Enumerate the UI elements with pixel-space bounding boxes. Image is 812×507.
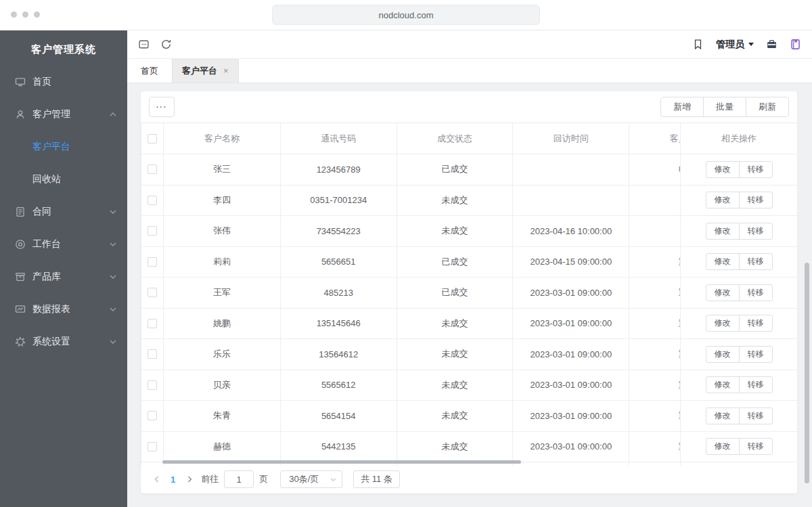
table-row: 张伟 734554223 未成交 2023-04-16 10:00:00	[141, 216, 746, 247]
card-toolbar: ··· 新增 批量 刷新	[141, 91, 797, 123]
edit-button[interactable]: 修改	[706, 192, 740, 208]
cell-deal-status: 未成交	[397, 401, 514, 431]
edit-button[interactable]: 修改	[706, 223, 740, 240]
edit-button[interactable]: 修改	[706, 346, 740, 363]
collapse-menu-icon[interactable]	[138, 39, 150, 50]
browser-window: nodcloud.com 客户管理系统 首页 客户管理	[0, 0, 812, 507]
cell-deal-status: 未成交	[397, 309, 514, 339]
edit-button[interactable]: 修改	[706, 315, 740, 332]
sidebar-item-recycle-bin[interactable]: 回收站	[0, 163, 127, 196]
sidebar-item-label: 工作台	[32, 238, 110, 250]
bookmark-icon[interactable]	[692, 39, 704, 50]
sidebar-item-label: 首页	[32, 76, 116, 88]
sidebar-item-label: 客户管理	[32, 108, 110, 120]
page-unit-label: 页	[259, 473, 268, 485]
add-button[interactable]: 新增	[660, 97, 704, 117]
transfer-button[interactable]: 转移	[739, 192, 773, 208]
window-controls[interactable]	[11, 12, 40, 18]
edit-button[interactable]: 修改	[706, 284, 740, 301]
close-icon[interactable]: ×	[223, 66, 229, 76]
admin-user-menu[interactable]: 管理员	[716, 39, 754, 51]
gear-icon	[15, 336, 26, 347]
cell-name: 乐乐	[164, 339, 281, 370]
transfer-button[interactable]: 转移	[739, 253, 773, 270]
row-checkbox[interactable]	[148, 164, 157, 174]
sidebar-item-workbench[interactable]: 工作台	[0, 228, 127, 261]
cell-phone: 13564612	[281, 339, 397, 370]
edit-button[interactable]: 修改	[706, 161, 740, 178]
prev-page-button[interactable]	[150, 470, 162, 488]
row-checkbox[interactable]	[148, 380, 157, 390]
more-actions-button[interactable]: ···	[149, 97, 175, 117]
edit-button[interactable]: 修改	[706, 407, 740, 424]
table-row: 朱青 5654154 未成交 2023-03-01 09:00:00 重要	[141, 401, 746, 432]
sidebar-subitem-label: 回收站	[32, 173, 61, 185]
address-bar[interactable]: nodcloud.com	[272, 5, 540, 25]
cell-visit-time	[513, 154, 629, 185]
window-control-dot[interactable]	[34, 12, 40, 18]
transfer-button[interactable]: 转移	[739, 315, 773, 332]
table-row: 乐乐 13564612 未成交 2023-03-01 09:00:00 重要	[141, 339, 746, 370]
cell-visit-time: 2023-04-16 10:00:00	[513, 216, 629, 246]
row-operations: 修改转移	[681, 278, 797, 309]
window-control-dot[interactable]	[22, 12, 28, 18]
row-checkbox[interactable]	[148, 349, 157, 359]
transfer-button[interactable]: 转移	[739, 376, 773, 393]
chevron-down-icon	[110, 242, 116, 246]
cell-visit-time: 2023-03-01 09:00:00	[513, 309, 629, 339]
sidebar-item-reports[interactable]: 数据报表	[0, 293, 127, 326]
refresh-icon[interactable]	[160, 39, 172, 50]
row-operations: 修改转移	[681, 154, 797, 185]
tab-home[interactable]: 首页	[127, 59, 173, 83]
table-row: 姚鹏 135145646 未成交 2023-03-01 09:00:00 重要	[141, 309, 746, 340]
goto-page-input[interactable]	[224, 470, 254, 488]
toolbox-icon[interactable]	[766, 39, 777, 50]
row-checkbox[interactable]	[148, 196, 157, 205]
edit-button[interactable]: 修改	[706, 376, 740, 393]
transfer-button[interactable]: 转移	[739, 223, 773, 240]
cell-phone: 0351-7001234	[281, 185, 397, 216]
sidebar-item-label: 系统设置	[32, 336, 110, 348]
cell-visit-time: 2023-04-15 09:00:00	[513, 247, 629, 278]
notebook-icon[interactable]	[790, 39, 801, 50]
refresh-table-button[interactable]: 刷新	[746, 97, 789, 117]
sidebar-item-customer-management[interactable]: 客户管理	[0, 98, 127, 131]
page-size-select[interactable]: 30条/页	[280, 470, 342, 488]
row-checkbox[interactable]	[148, 288, 157, 297]
transfer-button[interactable]: 转移	[739, 346, 773, 363]
transfer-button[interactable]: 转移	[739, 161, 773, 178]
table-row: 贝亲 5565612 未成交 2023-03-01 09:00:00 重要	[141, 370, 746, 401]
batch-button[interactable]: 批量	[703, 97, 746, 117]
sidebar-item-products[interactable]: 产品库	[0, 261, 127, 293]
cell-name: 赫德	[164, 432, 281, 462]
app-title: 客户管理系统	[0, 30, 127, 66]
user-icon	[15, 109, 26, 120]
target-icon	[15, 239, 26, 250]
row-checkbox[interactable]	[148, 442, 157, 451]
tab-customer-platform[interactable]: 客户平台 ×	[173, 59, 239, 83]
row-checkbox[interactable]	[148, 411, 157, 420]
next-page-button[interactable]	[183, 470, 196, 488]
horizontal-scrollbar-thumb[interactable]	[162, 460, 521, 464]
transfer-button[interactable]: 转移	[739, 284, 773, 301]
page-number[interactable]: 1	[168, 475, 178, 485]
sidebar-item-contracts[interactable]: 合同	[0, 196, 127, 228]
chevron-up-icon	[110, 112, 116, 116]
transfer-button[interactable]: 转移	[739, 407, 773, 424]
transfer-button[interactable]: 转移	[739, 438, 773, 455]
vertical-scrollbar-thumb[interactable]	[805, 263, 809, 483]
row-checkbox[interactable]	[148, 319, 157, 328]
sidebar-item-settings[interactable]: 系统设置	[0, 326, 127, 358]
sidebar-item-customer-platform[interactable]: 客户平台	[0, 131, 127, 163]
table-action-buttons: 新增 批量 刷新	[660, 97, 789, 117]
window-control-dot[interactable]	[11, 12, 17, 18]
cell-visit-time: 2023-03-01 09:00:00	[513, 401, 629, 431]
edit-button[interactable]: 修改	[706, 253, 740, 270]
chevron-down-icon	[110, 307, 116, 311]
row-checkbox[interactable]	[148, 226, 157, 236]
sidebar-item-home[interactable]: 首页	[0, 66, 127, 98]
select-all-checkbox[interactable]	[148, 134, 157, 144]
sidebar: 客户管理系统 首页 客户管理 客户平台 回收站	[0, 30, 127, 507]
edit-button[interactable]: 修改	[706, 438, 740, 455]
row-checkbox[interactable]	[148, 257, 157, 267]
